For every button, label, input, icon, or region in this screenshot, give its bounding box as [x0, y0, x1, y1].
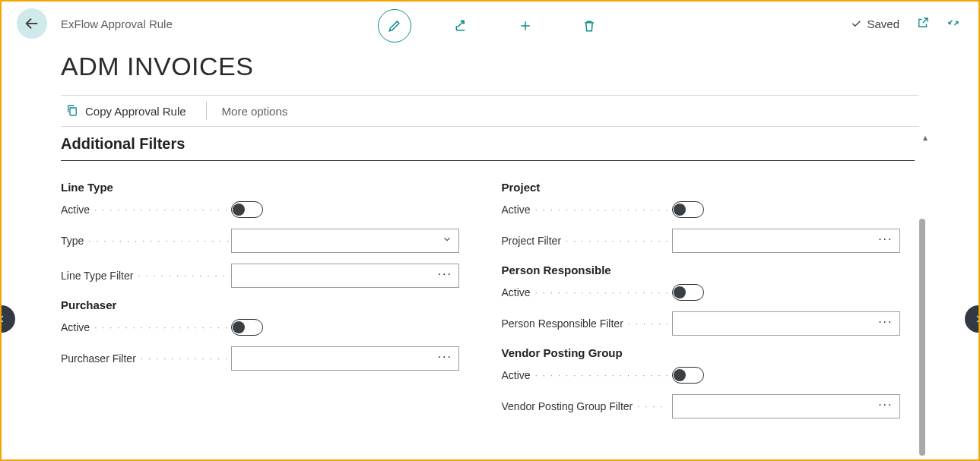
type-select-input[interactable] — [232, 229, 458, 252]
line-type-filter-input[interactable] — [232, 264, 458, 287]
group-person-responsible: Person Responsible — [502, 264, 915, 276]
purchaser-filter-input[interactable] — [232, 347, 458, 370]
project-filter-field[interactable]: ··· — [672, 229, 900, 253]
group-purchaser: Purchaser — [61, 298, 474, 311]
group-project: Project — [502, 181, 915, 194]
project-filter-input[interactable] — [673, 229, 899, 252]
copy-icon — [65, 103, 79, 119]
group-line-type: Line Type — [61, 181, 474, 194]
group-vpg: Vendor Posting Group — [502, 346, 915, 359]
ellipsis-icon[interactable]: ··· — [878, 398, 893, 412]
edit-button[interactable] — [378, 9, 411, 43]
back-button[interactable] — [17, 8, 47, 39]
person-resp-filter-field[interactable]: ··· — [672, 311, 900, 336]
more-options-button[interactable]: More options — [222, 105, 288, 118]
chevron-down-icon — [442, 234, 452, 248]
label-purchaser-filter: Purchaser Filter — [61, 352, 136, 365]
scrollbar-thumb[interactable] — [919, 219, 925, 456]
save-status-label: Saved — [867, 17, 899, 30]
next-record-button[interactable] — [965, 305, 980, 333]
prev-record-button[interactable] — [0, 305, 15, 333]
ellipsis-icon[interactable]: ··· — [878, 232, 893, 246]
more-options-label: More options — [222, 105, 288, 118]
toggle-vpg-active[interactable] — [672, 367, 704, 384]
delete-button[interactable] — [576, 12, 603, 39]
actionbar-divider — [206, 102, 207, 120]
vpg-filter-field[interactable]: ··· — [672, 394, 900, 418]
dots-decor: · · · · · · · · · · · · · · · · · · · · … — [531, 371, 672, 380]
collapse-button[interactable] — [947, 16, 960, 32]
scroll-up-arrow[interactable]: ▴ — [923, 132, 928, 143]
toggle-line-type-active[interactable] — [231, 201, 263, 218]
save-status: Saved — [850, 17, 899, 30]
svg-rect-0 — [70, 108, 76, 115]
label-purchaser-active: Active — [61, 321, 90, 333]
dots-decor: · · · · · · · · · · · · · · — [136, 354, 231, 363]
label-project-active: Active — [502, 204, 531, 216]
dots-decor: · · · · · · · · · · · · · · · — [133, 271, 231, 280]
label-line-type-active: Active — [61, 204, 90, 216]
dots-decor: · · · · · · · · · · · · · · · · · · · · … — [84, 236, 231, 245]
copy-approval-rule-button[interactable]: Copy Approval Rule — [61, 103, 191, 119]
copy-approval-rule-label: Copy Approval Rule — [85, 105, 186, 118]
toggle-purchaser-active[interactable] — [231, 319, 263, 336]
dots-decor: · · · · · · · · · · · · · · · · · · · · … — [90, 323, 231, 332]
label-project-filter: Project Filter — [502, 235, 562, 247]
type-select[interactable] — [231, 229, 459, 253]
ellipsis-icon[interactable]: ··· — [438, 350, 452, 364]
label-person-resp-filter: Person Responsible Filter — [502, 317, 623, 330]
toggle-project-active[interactable] — [672, 201, 704, 218]
label-vpg-filter: Vendor Posting Group Filter — [502, 400, 633, 412]
label-line-type-filter: Line Type Filter — [61, 270, 133, 282]
new-button[interactable] — [512, 12, 539, 39]
ellipsis-icon[interactable]: ··· — [878, 315, 893, 329]
vpg-filter-input[interactable] — [673, 395, 899, 418]
share-button[interactable] — [448, 12, 475, 39]
dots-decor: · · · · · · · · — [623, 319, 672, 328]
section-title: Additional Filters — [61, 131, 915, 161]
breadcrumb: ExFlow Approval Rule — [61, 17, 173, 30]
page-title: ADM INVOICES — [61, 52, 978, 81]
action-bar: Copy Approval Rule More options — [61, 95, 919, 127]
popout-button[interactable] — [916, 16, 930, 32]
label-vpg-active: Active — [502, 369, 531, 381]
dots-decor: · · · · · · · · · · · · · · · · · · · · … — [531, 288, 672, 297]
line-type-filter-field[interactable]: ··· — [231, 264, 459, 288]
person-resp-filter-input[interactable] — [673, 312, 899, 335]
ellipsis-icon[interactable]: ··· — [438, 267, 452, 281]
dots-decor: · · · · · · · · · · · · · · · · · — [561, 236, 671, 245]
dots-decor: · · · · — [633, 402, 671, 411]
purchaser-filter-field[interactable]: ··· — [231, 346, 459, 371]
label-person-resp-active: Active — [502, 286, 531, 298]
label-type: Type — [61, 235, 84, 247]
dots-decor: · · · · · · · · · · · · · · · · · · · · … — [531, 205, 672, 214]
toggle-person-resp-active[interactable] — [672, 284, 704, 301]
dots-decor: · · · · · · · · · · · · · · · · · · · · … — [90, 205, 231, 214]
